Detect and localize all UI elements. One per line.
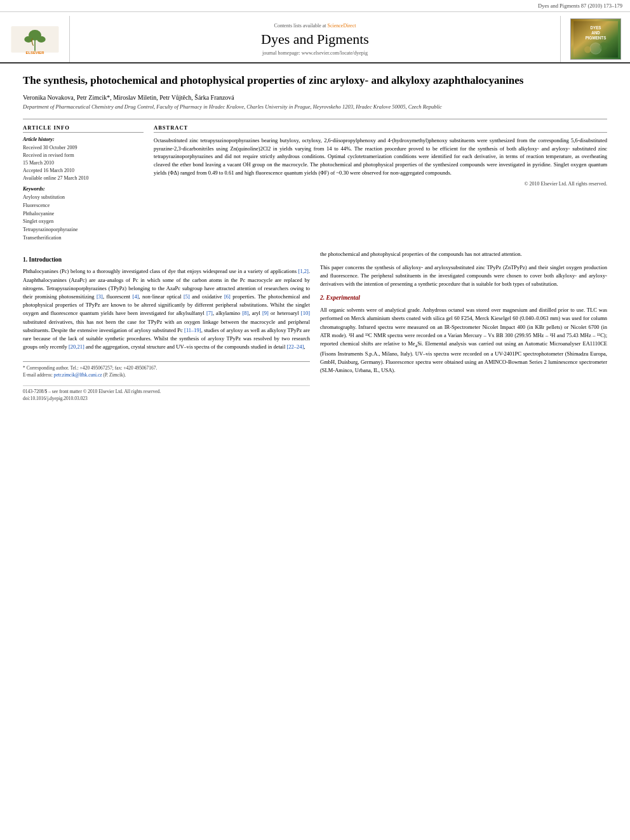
abstract-panel: ABSTRACT Octasubstituted zinc tetrapyraz… (154, 124, 607, 243)
elsevier-logo-icon: ELSEVIER (6, 23, 64, 55)
keyword-item: Tetrapyrazinoporphyrazine (23, 226, 144, 234)
article-info-abstract-section: ARTICLE INFO Article history: Received 3… (23, 119, 607, 243)
intro-heading: 1. Introduction (23, 255, 310, 265)
intro-continued: the photochemical and photophysical prop… (320, 250, 607, 258)
journal-cover-area: DYES AND PIGMENTS (560, 16, 630, 62)
elsevier-logo-area: ELSEVIER (0, 16, 70, 62)
ref-22-24[interactable]: [22–24] (286, 343, 304, 350)
ref-5[interactable]: [5] (184, 293, 190, 300)
journal-title: Dyes and Pigments (261, 31, 369, 48)
footnotes: * Corresponding author. Tel.: +420 49506… (23, 361, 310, 402)
ref-3[interactable]: [3] (97, 293, 103, 300)
main-content: The synthesis, photochemical and photoph… (0, 63, 630, 412)
ref-20-21[interactable]: [20,21] (69, 343, 84, 350)
issn-line: 0143-7208/$ – see front matter © 2010 El… (23, 388, 310, 395)
email-label: E-mail address: (23, 372, 53, 378)
svg-text:DYES: DYES (590, 25, 601, 29)
experimental-heading: 2. Experimental (320, 293, 607, 303)
received-revised-label: Received in revised form (23, 152, 144, 159)
svg-point-11 (584, 46, 591, 53)
revised-date: 15 March 2010 (23, 159, 144, 167)
journal-cover-image: DYES AND PIGMENTS (570, 18, 621, 60)
ref-1-2[interactable]: [1,2] (298, 268, 309, 274)
keyword-item: Aryloxy substitution (23, 194, 144, 202)
keyword-item: Singlet oxygen (23, 218, 144, 226)
doi-line: doi:10.1016/j.dyepig.2010.03.023 (23, 395, 310, 402)
svg-text:ELSEVIER: ELSEVIER (25, 51, 44, 55)
article-info-label: ARTICLE INFO (23, 124, 144, 133)
svg-text:PIGMENTS: PIGMENTS (585, 36, 606, 40)
journal-homepage: journal homepage: www.elsevier.com/locat… (262, 50, 368, 56)
sciencedirect-line: Contents lists available at ScienceDirec… (274, 23, 356, 29)
article-title: The synthesis, photochemical and photoph… (23, 74, 607, 88)
abstract-label: ABSTRACT (154, 124, 607, 133)
ref-8[interactable]: [8] (242, 310, 248, 316)
intro-paragraph1: Phthalocyanines (Pc) belong to a thoroug… (23, 267, 310, 351)
abstract-text: Octasubstituted zinc tetrapyrazinoporphy… (154, 137, 607, 177)
keywords-list: Aryloxy substitutionFluorescencePhthaloc… (23, 194, 144, 243)
available-online: Available online 27 March 2010 (23, 175, 144, 182)
keyword-item: Phthalocyanine (23, 210, 144, 218)
svg-text:AND: AND (591, 30, 600, 34)
received-date: Received 30 October 2009 (23, 144, 144, 152)
accepted-date: Accepted 16 March 2010 (23, 167, 144, 175)
keywords-label: Keywords: (23, 186, 144, 192)
sciencedirect-link[interactable]: ScienceDirect (328, 23, 356, 29)
corresponding-author-note: * Corresponding author. Tel.: +420 49506… (23, 364, 310, 371)
body-right-col: the photochemical and photophysical prop… (320, 250, 607, 402)
email-line: E-mail address: petr.zimcik@lfhk.cuni.cz… (23, 371, 310, 378)
ref-4[interactable]: [4] (133, 293, 139, 300)
keyword-item: Fluorescence (23, 202, 144, 210)
email-address[interactable]: petr.zimcik@lfhk.cuni.cz (54, 372, 102, 378)
journal-header: ELSEVIER Contents lists available at Sci… (0, 12, 630, 63)
email-suffix: (P. Zimcik). (103, 372, 126, 378)
affiliation: Department of Pharmaceutical Chemistry a… (23, 103, 607, 111)
intro-paragraph2: This paper concerns the synthesis of alk… (320, 263, 607, 289)
authors-line: Veronika Novakova, Petr Zimcik*, Mirosla… (23, 94, 607, 101)
ref-10[interactable]: [10] (301, 310, 310, 316)
ref-11-19[interactable]: [11–19] (184, 327, 201, 333)
ref-9[interactable]: [9] (262, 310, 269, 316)
copyright-line: © 2010 Elsevier Ltd. All rights reserved… (154, 181, 607, 187)
svg-point-4 (37, 36, 45, 43)
body-left-col: 1. Introduction Phthalocyanines (Pc) bel… (23, 250, 310, 402)
experimental-paragraph1: All organic solvents were of analytical … (320, 306, 607, 375)
body-section: 1. Introduction Phthalocyanines (Pc) bel… (23, 250, 607, 402)
author-list: Veronika Novakova, Petr Zimcik*, Mirosla… (23, 94, 234, 101)
svg-point-3 (24, 36, 32, 43)
svg-point-12 (600, 42, 608, 50)
journal-topbar: Dyes and Pigments 87 (2010) 173–179 (0, 0, 630, 12)
article-info-panel: ARTICLE INFO Article history: Received 3… (23, 124, 144, 243)
keyword-item: Transetherification (23, 234, 144, 243)
journal-title-area: Contents lists available at ScienceDirec… (70, 16, 560, 62)
svg-point-10 (590, 43, 601, 54)
ref-6[interactable]: [6] (224, 293, 231, 300)
history-label: Article history: (23, 137, 144, 142)
journal-reference: Dyes and Pigments 87 (2010) 173–179 (538, 3, 622, 9)
the-word: the (320, 251, 326, 257)
ref-7[interactable]: [7] (206, 310, 213, 316)
